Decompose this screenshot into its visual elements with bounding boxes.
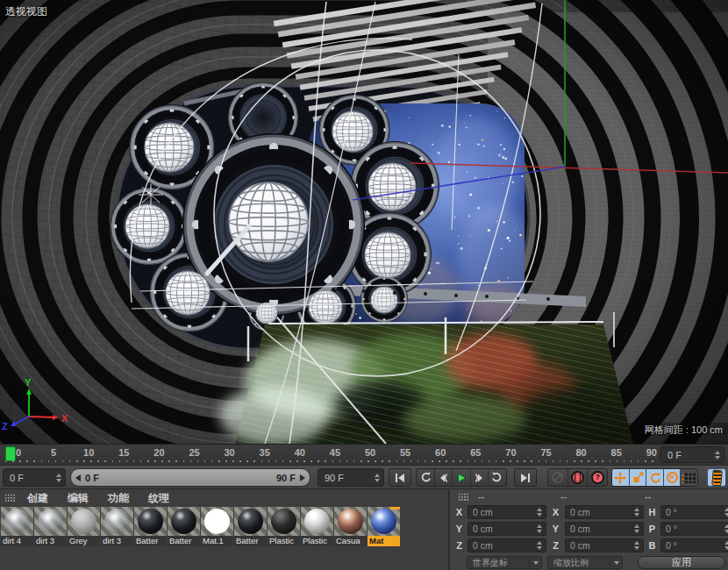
key-pla-toggle[interactable] <box>681 469 697 486</box>
material-thumbnail[interactable] <box>301 507 333 536</box>
material-thumbnail[interactable] <box>334 507 367 536</box>
ruler-number: 35 <box>260 447 270 458</box>
material-tile[interactable]: dirt 4 <box>1 507 33 546</box>
material-tile[interactable]: Mat.1 <box>201 507 233 546</box>
range-start-field[interactable]: 0 F <box>3 468 66 487</box>
goto-start-button[interactable] <box>389 468 411 487</box>
panel-grid-icon[interactable] <box>4 494 16 502</box>
material-thumbnail[interactable] <box>201 507 233 536</box>
viewport-perspective[interactable]: Y X Z 透视视图 网格间距 : 100 cm <box>0 0 728 444</box>
material-menu-bar: 创建 编辑 功能 纹理 <box>0 489 453 507</box>
range-left-arrow-icon[interactable] <box>75 474 81 481</box>
coordinate-field[interactable]: 0 cm <box>565 522 644 536</box>
material-thumbnail[interactable] <box>368 507 400 536</box>
range-start-stepper[interactable] <box>56 474 65 482</box>
axis-label: Y <box>549 524 562 534</box>
coordinate-stepper[interactable] <box>634 524 643 533</box>
record-disabled-button[interactable] <box>548 469 568 486</box>
material-tile[interactable]: Plastic <box>301 507 333 546</box>
material-thumbnail[interactable] <box>101 507 133 536</box>
key-parameter-toggle[interactable]: P <box>664 469 682 486</box>
playhead[interactable] <box>5 446 16 461</box>
ruler-number: 80 <box>575 447 586 458</box>
coordinate-stepper[interactable] <box>537 508 546 517</box>
material-thumbnail[interactable] <box>234 507 267 536</box>
coordinate-field[interactable]: 0 cm <box>565 505 644 519</box>
viewport-title[interactable]: 透视视图 <box>5 4 47 19</box>
play-backwards-button[interactable] <box>417 469 435 486</box>
coordinate-stepper[interactable] <box>537 524 546 533</box>
prev-frame-icon <box>437 473 449 483</box>
ruler-number: 25 <box>189 447 199 458</box>
coordinate-field[interactable]: 0 cm <box>467 505 546 519</box>
menu-texture[interactable]: 纹理 <box>140 491 177 506</box>
key-rotation-toggle[interactable] <box>646 469 664 486</box>
material-sphere-preview <box>104 509 130 534</box>
viewport-canvas[interactable]: Y X Z <box>0 0 728 444</box>
coordinate-field[interactable]: 0 cm <box>565 538 644 552</box>
material-label: Batter <box>234 536 267 546</box>
coordinate-stepper[interactable] <box>634 508 643 517</box>
next-frame-icon <box>474 473 486 483</box>
coordinate-stepper[interactable] <box>724 541 728 550</box>
menu-create[interactable]: 创建 <box>19 491 56 506</box>
axis-label: Z <box>549 540 562 551</box>
material-thumbnail[interactable] <box>68 507 100 536</box>
coordinate-stepper[interactable] <box>724 524 728 533</box>
menu-function[interactable]: 功能 <box>100 491 137 506</box>
current-frame-field[interactable]: 0 F <box>660 446 724 463</box>
material-tile[interactable]: Mat <box>368 507 400 546</box>
coords-header-3: -- <box>645 491 651 502</box>
axis-label: X <box>453 507 465 517</box>
render-preview-button[interactable] <box>707 468 726 487</box>
coordinate-stepper[interactable] <box>537 541 546 550</box>
coordinate-field[interactable]: 0 cm <box>467 538 546 552</box>
goto-end-button[interactable] <box>514 468 537 487</box>
material-thumbnail[interactable] <box>268 507 300 536</box>
material-thumbnail[interactable] <box>168 507 200 536</box>
preview-range-slider[interactable]: 0 F 90 F <box>70 468 310 487</box>
coordinate-value: 0 cm <box>566 540 634 551</box>
apply-button[interactable]: 应用 <box>638 556 725 569</box>
material-tile[interactable]: dirt 3 <box>34 507 67 546</box>
scale-mode-dropdown[interactable]: 缩放比例 <box>547 556 623 569</box>
coordinate-field[interactable]: 0 ° <box>660 538 728 552</box>
coordinate-stepper[interactable] <box>724 508 728 517</box>
dropdown-arrow-icon <box>610 557 622 568</box>
key-scale-toggle[interactable] <box>630 469 647 486</box>
vignette <box>0 0 728 444</box>
material-tile[interactable]: dirt 3 <box>101 507 133 546</box>
material-thumbnail[interactable] <box>134 507 167 536</box>
coords-grid-icon[interactable] <box>458 493 469 502</box>
frame-stepper[interactable] <box>715 451 724 460</box>
range-end-stepper[interactable] <box>375 474 383 482</box>
material-tile[interactable]: Plastic <box>268 507 300 546</box>
range-end-value: 90 F <box>318 473 375 483</box>
material-tile[interactable]: Casua <box>334 507 367 546</box>
coordinate-field[interactable]: 0 cm <box>467 522 546 536</box>
material-thumbnail[interactable] <box>1 507 33 536</box>
menu-edit[interactable]: 编辑 <box>60 491 96 506</box>
range-end-field[interactable]: 90 F <box>318 468 384 487</box>
material-tile[interactable]: Batter <box>234 507 267 546</box>
play-forwards-button[interactable] <box>489 469 506 486</box>
coordinate-system-value: 世界坐标 <box>467 557 529 569</box>
autokey-button[interactable]: ( ) <box>568 469 589 486</box>
next-frame-button[interactable] <box>471 469 489 486</box>
material-tile[interactable]: Batter <box>168 507 200 546</box>
keying-help-button[interactable]: ? <box>588 469 607 486</box>
previous-frame-button[interactable] <box>435 469 453 486</box>
coordinate-stepper[interactable] <box>634 541 643 550</box>
timeline-ruler[interactable]: 051015202530354045505560657075808590 0 F <box>0 444 728 465</box>
cinema4d-window: Y X Z 透视视图 网格间距 : 100 cm 051015202530354… <box>0 0 728 570</box>
play-button[interactable] <box>453 469 471 486</box>
range-right-arrow-icon[interactable] <box>300 474 305 481</box>
coordinate-field[interactable]: 0 ° <box>660 522 728 536</box>
coordinate-field[interactable]: 0 ° <box>660 505 728 519</box>
material-tile[interactable]: Batter <box>134 507 167 546</box>
axis-label: Y <box>453 524 465 534</box>
material-thumbnail[interactable] <box>34 507 67 536</box>
coordinate-system-dropdown[interactable]: 世界坐标 <box>467 556 542 569</box>
material-tile[interactable]: Grey <box>68 507 100 546</box>
key-position-toggle[interactable] <box>612 469 630 486</box>
